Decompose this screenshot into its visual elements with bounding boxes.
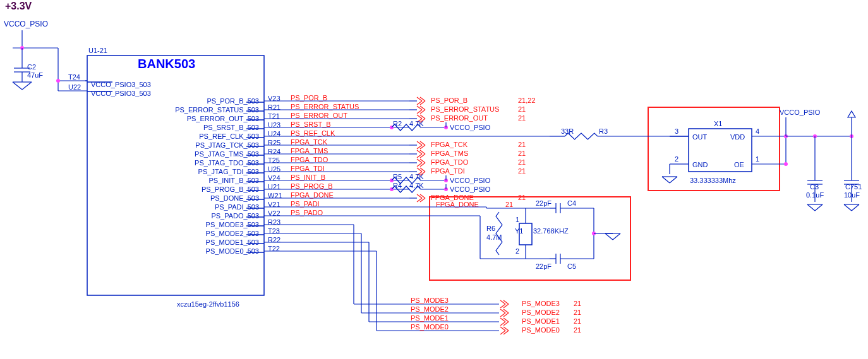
svg-text:PS_PADI: PS_PADI [291, 200, 320, 208]
svg-text:PS_ERROR_OUT: PS_ERROR_OUT [431, 114, 488, 122]
svg-text:PS_JTAG_TMS_503: PS_JTAG_TMS_503 [195, 150, 259, 158]
svg-text:PS_MODE2_503: PS_MODE2_503 [206, 230, 259, 237]
svg-text:R2: R2 [393, 120, 402, 127]
svg-text:PS_MODE2: PS_MODE2 [411, 305, 449, 313]
svg-text:FPGA_TDI: FPGA_TDI [431, 167, 465, 175]
svg-point-13 [56, 79, 60, 83]
svg-text:FPGA_DONE: FPGA_DONE [291, 191, 334, 199]
svg-text:U22: U22 [68, 83, 81, 91]
svg-text:21: 21 [574, 317, 581, 325]
svg-text:22pF: 22pF [536, 199, 552, 207]
svg-text:VCCO_PSIO: VCCO_PSIO [780, 109, 821, 116]
svg-text:OE: OE [734, 161, 744, 168]
svg-line-312 [807, 204, 815, 211]
svg-text:C5: C5 [567, 262, 576, 270]
svg-text:PS_MODE1: PS_MODE1 [522, 317, 560, 325]
svg-text:PS_PADO_503: PS_PADO_503 [211, 212, 259, 220]
svg-text:VCCO_PSIO3_503: VCCO_PSIO3_503 [91, 90, 151, 97]
svg-text:4: 4 [756, 127, 759, 135]
svg-text:21: 21 [518, 141, 526, 148]
svg-text:PS_MODE1_503: PS_MODE1_503 [206, 238, 259, 246]
svg-text:PS_MODE3: PS_MODE3 [411, 297, 449, 304]
svg-line-323 [852, 204, 859, 211]
svg-text:21: 21 [518, 150, 526, 157]
svg-text:VCCO_PSIO: VCCO_PSIO [450, 124, 491, 131]
svg-text:4.7K: 4.7K [409, 182, 424, 189]
svg-text:21: 21 [574, 309, 581, 316]
svg-text:FPGA_TCK: FPGA_TCK [291, 138, 328, 146]
c2-val: 47uF [27, 71, 43, 79]
power-pins: T24 VCCO_PSIO3_503 U22 VCCO_PSIO3_503 [68, 73, 151, 97]
svg-text:PS_MODE3: PS_MODE3 [522, 300, 560, 307]
svg-text:PS_ERROR_STATUS_503: PS_ERROR_STATUS_503 [175, 106, 259, 114]
svg-text:PS_POR_B_503: PS_POR_B_503 [207, 97, 259, 105]
svg-text:VCCO_PSIO: VCCO_PSIO [450, 177, 491, 184]
svg-rect-242 [430, 197, 630, 280]
osc-power-tree: VCCO_PSIOC30.1uFC75110uF [780, 109, 862, 211]
svg-text:T24: T24 [68, 73, 80, 81]
svg-text:21: 21 [574, 326, 581, 334]
svg-text:PS_MODE0: PS_MODE0 [411, 323, 449, 331]
crystal-group: R64.7M12Y132.768KHZ22pFC422pFC5 [409, 199, 620, 270]
svg-line-274 [605, 233, 613, 240]
c2-ref: C2 [27, 63, 36, 71]
schematic-canvas: +3.3V VCCO_PSIO C2 47uF U1-21 BANK503 xc… [0, 0, 868, 359]
svg-text:PS_ERROR_OUT: PS_ERROR_OUT [291, 112, 347, 119]
svg-text:10uF: 10uF [844, 191, 860, 199]
svg-text:R4: R4 [393, 182, 402, 189]
svg-text:X1: X1 [714, 120, 722, 127]
voltage-netname: VCCO_PSIO [4, 20, 48, 28]
svg-text:FPGA_TDO: FPGA_TDO [431, 158, 469, 166]
svg-text:PS_REF_CLK: PS_REF_CLK [291, 129, 335, 137]
svg-text:PS_MODE2: PS_MODE2 [522, 309, 560, 316]
svg-text:PS_POR_B: PS_POR_B [431, 97, 467, 104]
svg-text:21: 21 [574, 300, 581, 307]
svg-text:21: 21 [505, 201, 513, 208]
svg-text:PS_INIT_B_503: PS_INIT_B_503 [209, 177, 260, 184]
svg-text:21: 21 [518, 114, 526, 122]
voltage-label: +3.3V [5, 1, 32, 11]
u1-refdes: U1-21 [88, 47, 107, 54]
svg-line-8 [13, 82, 22, 90]
svg-text:PS_JTAG_TCK_503: PS_JTAG_TCK_503 [195, 141, 259, 149]
svg-text:PS_MODE1: PS_MODE1 [411, 314, 449, 322]
svg-text:VCCO_PSIO: VCCO_PSIO [450, 185, 491, 193]
svg-text:PS_MODE3_503: PS_MODE3_503 [206, 221, 259, 228]
svg-text:PS_PADI_503: PS_PADI_503 [215, 203, 259, 211]
svg-text:OUT: OUT [692, 133, 708, 141]
svg-line-289 [670, 177, 677, 183]
svg-text:R6: R6 [486, 225, 495, 232]
svg-text:FPGA_TDO: FPGA_TDO [291, 156, 329, 163]
svg-text:R5: R5 [393, 173, 402, 180]
svg-text:PS_ERROR_STATUS: PS_ERROR_STATUS [291, 103, 359, 110]
svg-text:C3: C3 [810, 183, 819, 191]
svg-line-275 [613, 233, 620, 240]
svg-text:PS_SRST_B: PS_SRST_B [291, 121, 331, 128]
svg-text:21: 21 [518, 105, 526, 113]
svg-text:Y1: Y1 [515, 227, 523, 235]
oscillator-group: X133.333333Mhz3OUT2GND4VDD1OE [662, 120, 786, 184]
svg-text:FPGA_TDI: FPGA_TDI [291, 165, 325, 172]
svg-marker-327 [848, 111, 855, 117]
svg-text:4.7M: 4.7M [486, 233, 502, 241]
svg-text:PS_ERROR_OUT_503: PS_ERROR_OUT_503 [187, 115, 259, 122]
svg-text:PS_REF_CLK_503: PS_REF_CLK_503 [199, 132, 259, 140]
ic-partnum: xczu15eg-2ffvb1156 [177, 300, 239, 308]
svg-text:GND: GND [692, 161, 708, 168]
svg-line-313 [815, 204, 823, 211]
svg-text:FPGA_TCK: FPGA_TCK [431, 141, 468, 148]
svg-text:4.7K: 4.7K [409, 173, 424, 180]
svg-text:2: 2 [675, 155, 678, 163]
gnd-icon [13, 82, 32, 90]
svg-text:1: 1 [756, 155, 759, 163]
svg-text:PS_DONE_503: PS_DONE_503 [210, 194, 259, 202]
svg-text:21: 21 [518, 167, 526, 175]
svg-text:PS_PROG_B: PS_PROG_B [291, 182, 333, 190]
svg-text:C4: C4 [567, 199, 576, 207]
svg-text:3: 3 [675, 127, 678, 135]
svg-text:PS_MODE0: PS_MODE0 [522, 326, 560, 334]
svg-text:PS_ERROR_STATUS: PS_ERROR_STATUS [431, 105, 499, 113]
svg-text:4.7K: 4.7K [409, 120, 424, 127]
svg-text:22pF: 22pF [536, 262, 552, 270]
svg-text:0.1uF: 0.1uF [806, 191, 824, 199]
